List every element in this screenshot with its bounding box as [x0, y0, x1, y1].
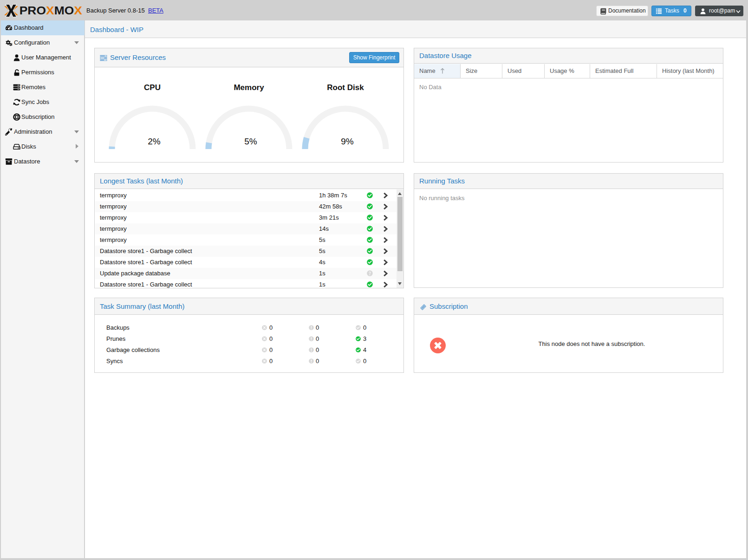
svg-text:PROXMOX: PROXMOX	[20, 5, 83, 17]
